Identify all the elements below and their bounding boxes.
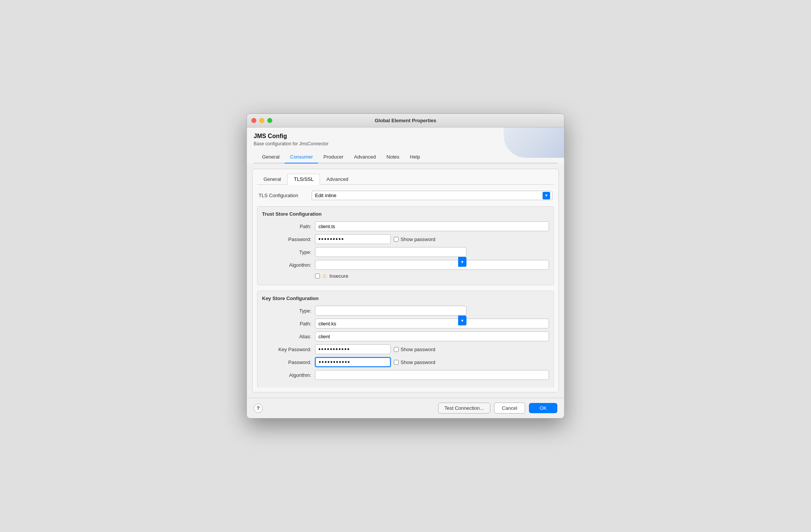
- trust-store-section: Trust Store Configuration Path: Password…: [257, 206, 554, 285]
- trust-show-password-label[interactable]: Show password: [401, 236, 435, 242]
- tab-general[interactable]: General: [257, 151, 285, 163]
- footer-buttons: Test Connection... Cancel OK: [438, 403, 557, 414]
- trust-password-input-wrap: Show password: [315, 234, 549, 244]
- trust-type-dropdown-arrow: ▼: [458, 257, 466, 267]
- ok-button[interactable]: OK: [529, 403, 557, 413]
- tab-consumer[interactable]: Consumer: [285, 151, 318, 163]
- trust-algorithm-row: Algorithm:: [262, 260, 549, 270]
- key-store-password-row: Password: Show password: [262, 357, 549, 367]
- insecure-label: Insecure: [329, 273, 348, 279]
- key-show-password-checkbox[interactable]: [394, 347, 399, 352]
- cancel-button[interactable]: Cancel: [494, 403, 525, 414]
- header-decoration: [504, 128, 564, 158]
- key-store-show-password-checkbox[interactable]: [394, 360, 399, 365]
- trust-type-select-wrap: JKS PKCS12 ▼: [315, 247, 466, 257]
- test-connection-button[interactable]: Test Connection...: [438, 403, 490, 414]
- help-button[interactable]: ?: [254, 404, 263, 413]
- tab-notes[interactable]: Notes: [381, 151, 405, 163]
- trust-path-input[interactable]: [315, 221, 549, 231]
- key-path-label: Path:: [262, 321, 315, 327]
- trust-password-row: Password: Show password: [262, 234, 549, 244]
- tab-help[interactable]: Help: [405, 151, 426, 163]
- key-algorithm-label: Algorithm:: [262, 372, 315, 378]
- inner-panel: General TLS/SSL Advanced TLS Configurati…: [252, 169, 559, 392]
- trust-show-password-checkbox[interactable]: [394, 237, 399, 242]
- key-password-input[interactable]: [315, 344, 391, 354]
- footer: ? Test Connection... Cancel OK: [247, 398, 564, 418]
- subtab-tls-ssl[interactable]: TLS/SSL: [287, 174, 320, 185]
- content-area: General TLS/SSL Advanced TLS Configurati…: [247, 163, 564, 398]
- key-store-password-input[interactable]: [315, 357, 391, 367]
- tls-config-label: TLS Configuration: [259, 193, 312, 198]
- key-show-password-wrap: Show password: [394, 347, 435, 352]
- key-store-section: Key Store Configuration Type: JKS PKCS12…: [257, 291, 554, 387]
- tls-config-row: TLS Configuration Edit inline Reference …: [257, 191, 554, 200]
- tab-advanced[interactable]: Advanced: [349, 151, 381, 163]
- trust-show-password-wrap: Show password: [394, 236, 435, 242]
- key-type-row: Type: JKS PKCS12 ▼: [262, 306, 549, 316]
- window-title: Global Element Properties: [375, 118, 437, 123]
- subtab-advanced[interactable]: Advanced: [320, 174, 355, 185]
- dialog-window: Global Element Properties JMS Config Bas…: [246, 114, 565, 418]
- title-bar: Global Element Properties: [247, 114, 564, 128]
- key-type-label: Type:: [262, 308, 315, 314]
- window-controls: [251, 118, 272, 123]
- trust-path-label: Path:: [262, 224, 315, 229]
- key-store-password-input-wrap: Show password: [315, 357, 549, 367]
- key-type-select[interactable]: JKS PKCS12: [315, 306, 466, 316]
- key-alias-row: Alias:: [262, 331, 549, 341]
- key-store-password-label: Password:: [262, 359, 315, 365]
- trust-type-label: Type:: [262, 249, 315, 255]
- maximize-button[interactable]: [267, 118, 272, 123]
- trust-password-label: Password:: [262, 236, 315, 242]
- key-store-title: Key Store Configuration: [262, 296, 549, 301]
- scrollable-content: TLS Configuration Edit inline Reference …: [257, 191, 554, 387]
- key-path-row: Path:: [262, 319, 549, 328]
- sub-tabs: General TLS/SSL Advanced: [257, 174, 554, 185]
- trust-algorithm-input[interactable]: [315, 260, 549, 270]
- key-path-input[interactable]: [315, 319, 549, 328]
- subtab-general[interactable]: General: [257, 174, 287, 185]
- insecure-row: ⚠ Insecure: [262, 273, 549, 279]
- trust-type-select[interactable]: JKS PKCS12: [315, 247, 466, 257]
- trust-algorithm-label: Algorithm:: [262, 262, 315, 268]
- key-type-dropdown-arrow: ▼: [458, 316, 466, 325]
- tls-config-select[interactable]: Edit inline Reference: [312, 191, 552, 200]
- key-show-password-label[interactable]: Show password: [401, 347, 435, 352]
- key-algorithm-input[interactable]: [315, 370, 549, 380]
- key-alias-input[interactable]: [315, 331, 549, 341]
- key-type-select-wrap: JKS PKCS12 ▼: [315, 306, 466, 316]
- minimize-button[interactable]: [259, 118, 264, 123]
- insecure-checkbox[interactable]: [315, 274, 320, 278]
- key-store-show-password-wrap: Show password: [394, 359, 435, 365]
- key-alias-label: Alias:: [262, 334, 315, 339]
- tab-producer[interactable]: Producer: [318, 151, 349, 163]
- key-password-input-wrap: Show password: [315, 344, 549, 354]
- header-section: JMS Config Base configuration for JmsCon…: [247, 128, 564, 163]
- trust-password-input[interactable]: [315, 234, 391, 244]
- trust-store-title: Trust Store Configuration: [262, 211, 549, 217]
- key-algorithm-row: Algorithm:: [262, 370, 549, 380]
- key-password-label: Key Password:: [262, 347, 315, 352]
- close-button[interactable]: [251, 118, 256, 123]
- tls-config-select-wrapper: Edit inline Reference ▼: [312, 191, 552, 200]
- trust-type-row: Type: JKS PKCS12 ▼: [262, 247, 549, 257]
- warning-icon: ⚠: [322, 273, 327, 279]
- key-store-show-password-label[interactable]: Show password: [401, 359, 435, 365]
- trust-path-row: Path:: [262, 221, 549, 231]
- key-password-row: Key Password: Show password: [262, 344, 549, 354]
